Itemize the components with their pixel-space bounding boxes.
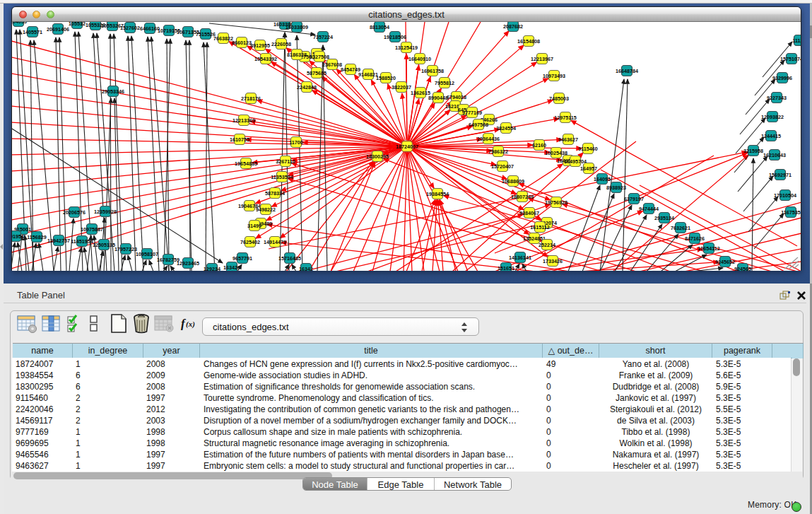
- svg-text:8813054: 8813054: [370, 24, 389, 30]
- svg-text:12213369: 12213369: [233, 117, 255, 124]
- svg-text:18300295: 18300295: [366, 153, 389, 160]
- svg-text:1527602: 1527602: [120, 25, 140, 31]
- svg-text:3215958: 3215958: [743, 148, 763, 154]
- svg-text:6379197: 6379197: [624, 196, 644, 202]
- svg-text:252214: 252214: [539, 242, 555, 248]
- svg-text:1405571: 1405571: [23, 29, 42, 35]
- svg-text:10543392: 10543392: [254, 56, 277, 62]
- svg-text:9146821: 9146821: [358, 71, 378, 78]
- svg-text:16033809: 16033809: [286, 24, 308, 30]
- svg-text:19218506: 19218506: [384, 34, 406, 40]
- svg-text:31499: 31499: [247, 223, 261, 229]
- svg-text:1588520: 1588520: [376, 75, 396, 81]
- svg-text:15692971: 15692971: [769, 172, 792, 178]
- svg-text:18807249: 18807249: [511, 194, 534, 200]
- svg-text:10025438: 10025438: [545, 150, 567, 156]
- svg-text:12359928: 12359928: [94, 209, 117, 215]
- svg-text:9463627: 9463627: [558, 136, 578, 143]
- svg-text:18724007: 18724007: [396, 144, 418, 150]
- svg-text:16648784: 16648784: [616, 68, 638, 74]
- svg-text:17010504: 17010504: [774, 192, 796, 199]
- svg-text:19756928: 19756928: [545, 199, 567, 206]
- svg-text:9227343: 9227343: [767, 95, 787, 101]
- svg-text:9657791: 9657791: [233, 255, 252, 262]
- svg-text:1244415: 1244415: [761, 133, 781, 139]
- svg-text:14914479: 14914479: [264, 239, 286, 245]
- svg-text:12093822: 12093822: [761, 114, 784, 120]
- svg-text:19654885: 19654885: [235, 160, 257, 167]
- svg-text:6497568: 6497568: [469, 122, 488, 128]
- svg-text:7663822: 7663822: [213, 35, 233, 42]
- svg-text:9777169: 9777169: [462, 110, 482, 116]
- svg-text:5875685: 5875685: [307, 70, 326, 76]
- svg-text:12923465: 12923465: [177, 260, 199, 267]
- svg-text:104055: 104055: [12, 22, 27, 25]
- svg-text:8912955: 8912955: [250, 42, 270, 49]
- svg-text:2087682: 2087682: [503, 23, 523, 30]
- svg-text:29053346: 29053346: [102, 88, 124, 95]
- svg-text:20691406: 20691406: [47, 26, 69, 33]
- svg-text:129234: 129234: [204, 266, 220, 271]
- svg-text:1610755: 1610755: [230, 136, 249, 143]
- svg-text:14136141: 14136141: [509, 255, 531, 261]
- svg-text:11125: 11125: [792, 37, 801, 44]
- svg-text:7485003: 7485003: [549, 95, 569, 102]
- svg-text:924565: 924565: [734, 266, 751, 271]
- svg-text:11353594: 11353594: [271, 174, 293, 180]
- svg-text:8660123: 8660123: [232, 40, 252, 46]
- svg-text:1167535: 1167535: [781, 209, 801, 216]
- svg-text:12942757: 12942757: [47, 238, 70, 244]
- svg-text:151651: 151651: [498, 265, 514, 271]
- svg-text:16210643: 16210643: [763, 152, 786, 158]
- svg-text:9115460: 9115460: [578, 146, 598, 152]
- svg-text:7986322: 7986322: [488, 148, 508, 155]
- svg-text:16342: 16342: [299, 266, 313, 271]
- svg-text:163426: 163426: [223, 264, 240, 271]
- svg-text:2242848: 2242848: [297, 84, 317, 90]
- svg-text:7955812: 7955812: [435, 80, 454, 86]
- svg-text:3822037: 3822037: [392, 84, 411, 90]
- svg-text:16154808: 16154808: [517, 38, 540, 45]
- svg-text:164095: 164095: [594, 176, 611, 182]
- svg-text:12975115: 12975115: [554, 115, 577, 121]
- svg-text:3267110: 3267110: [276, 158, 295, 165]
- svg-text:8186328: 8186328: [287, 52, 307, 58]
- svg-text:3824554: 3824554: [496, 125, 516, 132]
- svg-text:10973493: 10973493: [543, 73, 565, 79]
- svg-text:8471626: 8471626: [685, 235, 705, 242]
- svg-text:6794028: 6794028: [447, 94, 466, 100]
- svg-text:8938923: 8938923: [606, 185, 626, 191]
- svg-text:9245652: 9245652: [715, 259, 735, 265]
- svg-text:8454749: 8454749: [341, 66, 360, 73]
- svg-text:15716485: 15716485: [278, 255, 301, 262]
- svg-text:16640910: 16640910: [408, 56, 431, 62]
- svg-text:9384067: 9384067: [519, 210, 539, 216]
- svg-text:17957223: 17957223: [114, 246, 137, 252]
- svg-text:12505135: 12505135: [93, 242, 115, 248]
- svg-text:9327508: 9327508: [310, 54, 329, 60]
- svg-text:11451954: 11451954: [71, 238, 93, 245]
- svg-text:16495704: 16495704: [564, 158, 587, 165]
- svg-text:7632621: 7632621: [671, 225, 690, 231]
- svg-text:2718176: 2718176: [241, 95, 261, 102]
- svg-text:15720407: 15720407: [491, 163, 514, 170]
- svg-text:1733426: 1733426: [543, 258, 563, 264]
- svg-text:11700: 11700: [289, 139, 303, 146]
- svg-text:8990448: 8990448: [428, 95, 448, 101]
- svg-text:10958107: 10958107: [136, 251, 158, 257]
- svg-text:12213967: 12213967: [531, 56, 553, 62]
- svg-text:15751074: 15751074: [780, 56, 801, 62]
- svg-text:7357224: 7357224: [313, 34, 333, 40]
- svg-text:10688609: 10688609: [502, 178, 524, 185]
- svg-text:9474444: 9474444: [639, 206, 659, 212]
- svg-text:391954: 391954: [12, 233, 24, 240]
- svg-text:1156829: 1156829: [27, 234, 47, 240]
- svg-text:105532: 105532: [69, 22, 86, 27]
- svg-text:164957: 164957: [580, 165, 597, 172]
- svg-text:19384554: 19384554: [426, 191, 449, 197]
- svg-text:6466160: 6466160: [140, 25, 160, 32]
- svg-text:13125419: 13125419: [395, 45, 418, 51]
- svg-text:16961758: 16961758: [421, 68, 444, 74]
- svg-text:1362615: 1362615: [411, 90, 430, 96]
- svg-text:2367608: 2367608: [322, 62, 342, 68]
